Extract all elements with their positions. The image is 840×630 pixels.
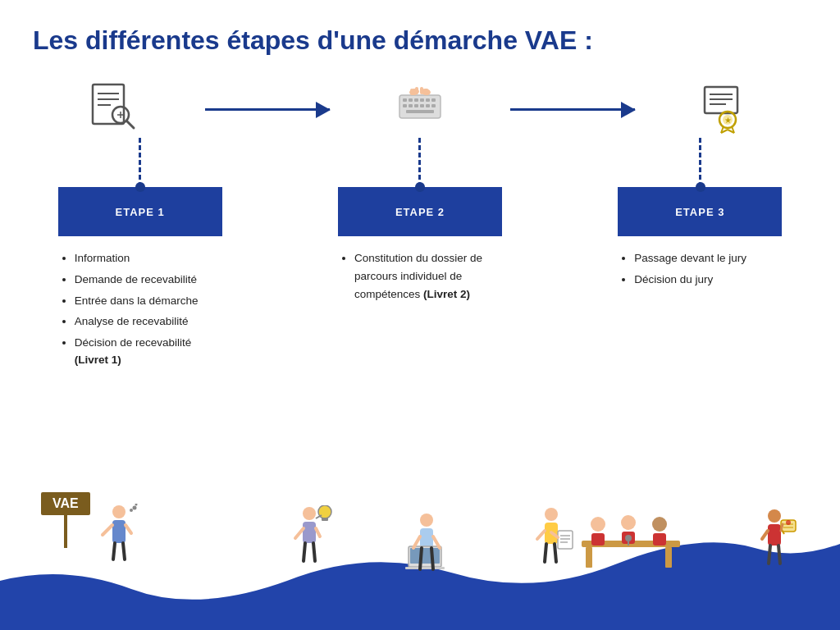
- svg-rect-24: [410, 89, 413, 95]
- person1-icon: [98, 504, 139, 569]
- svg-rect-18: [420, 104, 424, 107]
- svg-point-85: [625, 535, 632, 541]
- list-item: Entrée dans la démarche: [75, 292, 222, 310]
- svg-rect-88: [768, 524, 781, 546]
- char1: [98, 504, 139, 577]
- step2-icon-wrapper: [338, 80, 502, 138]
- svg-rect-77: [586, 547, 592, 568]
- person3-icon: [402, 512, 459, 578]
- list-item: Passage devant le jury: [634, 249, 782, 267]
- svg-point-79: [591, 517, 605, 532]
- svg-rect-19: [426, 104, 430, 107]
- item-text: Information: [75, 252, 130, 264]
- arrow2: [502, 108, 643, 111]
- svg-rect-14: [431, 98, 436, 102]
- item-text: Passage devant le jury: [634, 252, 746, 264]
- svg-point-87: [768, 509, 781, 523]
- svg-rect-21: [406, 110, 434, 113]
- svg-line-42: [126, 525, 131, 533]
- svg-line-95: [762, 531, 768, 539]
- svg-point-46: [133, 506, 137, 510]
- svg-line-94: [781, 524, 783, 531]
- page: Les différentes étapes d'une démarche VA…: [0, 0, 840, 630]
- document-search-icon: [86, 80, 144, 138]
- step3-label: ETAPE 3: [675, 206, 724, 218]
- svg-rect-15: [403, 104, 407, 107]
- svg-rect-40: [112, 520, 126, 543]
- person-diploma-icon: [750, 508, 799, 578]
- step3-dashed-line: [699, 138, 701, 187]
- list-item: Demande de recevabilité: [75, 271, 222, 289]
- svg-line-43: [113, 543, 115, 559]
- svg-point-57: [420, 514, 433, 527]
- svg-rect-58: [420, 528, 433, 548]
- svg-line-41: [103, 525, 112, 535]
- arrow1: [197, 108, 338, 111]
- svg-point-48: [303, 507, 316, 520]
- list-item: Décision du jury: [634, 271, 782, 289]
- list-item: Décision de recevabilité (Livret 1): [75, 334, 222, 369]
- step1-icon-wrapper: [33, 80, 197, 138]
- step1-block: ETAPE 1 Information Demande de recevabil…: [33, 138, 247, 372]
- svg-rect-17: [414, 104, 418, 107]
- keyboard-icon: [391, 80, 449, 138]
- livret1-bold: (Livret 1): [75, 354, 121, 366]
- svg-rect-49: [303, 522, 316, 543]
- person2-icon: [287, 505, 332, 575]
- jury-scene: [578, 500, 709, 577]
- step1-box: ETAPE 1: [58, 187, 222, 236]
- step3-box: ETAPE 3: [618, 187, 782, 236]
- svg-point-45: [130, 509, 133, 512]
- svg-line-97: [778, 546, 780, 564]
- item-text: Analyse de recevabilité: [75, 315, 189, 327]
- list-item: Constitution du dossier de parcours indi…: [354, 249, 502, 303]
- svg-line-54: [316, 528, 320, 536]
- vae-label: VAE: [41, 492, 90, 515]
- page-title: Les différentes étapes d'une démarche VA…: [33, 25, 807, 56]
- svg-rect-60: [410, 548, 440, 564]
- step2-block: ETAPE 2 Constitution du dossier de parco…: [313, 138, 527, 306]
- item-text: Entrée dans la démarche: [75, 294, 199, 307]
- svg-line-74: [545, 544, 546, 562]
- svg-rect-9: [403, 98, 407, 102]
- jury-svg: [578, 500, 709, 573]
- step3-block: ETAPE 3 Passage devant le jury Décision …: [593, 138, 807, 291]
- step2-dashed-line: [418, 138, 421, 187]
- svg-line-96: [769, 546, 770, 564]
- svg-rect-61: [405, 567, 445, 569]
- svg-line-56: [313, 543, 315, 561]
- svg-rect-11: [414, 98, 418, 102]
- svg-line-73: [537, 531, 545, 539]
- svg-point-66: [545, 508, 558, 521]
- svg-rect-80: [591, 533, 605, 546]
- svg-rect-16: [409, 104, 413, 107]
- char2: [287, 505, 332, 582]
- char-diploma: [750, 508, 799, 581]
- svg-text:★: ★: [724, 116, 732, 125]
- svg-line-53: [295, 528, 304, 538]
- svg-rect-10: [409, 98, 413, 102]
- vae-sign: VAE: [41, 492, 90, 548]
- item-text: Décision de recevabilité (Livret 1): [75, 336, 192, 367]
- svg-point-81: [621, 515, 636, 530]
- person4-icon: [525, 506, 578, 573]
- svg-point-92: [786, 520, 791, 525]
- svg-rect-26: [420, 87, 423, 94]
- arrow2-line: [510, 108, 635, 111]
- svg-rect-84: [653, 533, 666, 546]
- steps-wrapper: ETAPE 1 Information Demande de recevabil…: [33, 138, 807, 372]
- step3-icon-wrapper: ★: [643, 80, 807, 138]
- svg-point-47: [135, 504, 138, 506]
- svg-line-55: [304, 543, 305, 561]
- step2-label: ETAPE 2: [395, 206, 445, 218]
- svg-rect-25: [415, 87, 418, 94]
- list-item: Information: [75, 249, 222, 267]
- vae-post: [64, 515, 67, 548]
- svg-rect-13: [426, 98, 430, 102]
- bottom-wave-area: VAE: [0, 499, 840, 630]
- step1-label: ETAPE 1: [116, 206, 165, 218]
- char4: [525, 506, 578, 581]
- item-text: Demande de recevabilité: [75, 273, 197, 285]
- step2-box: ETAPE 2: [338, 187, 502, 236]
- step2-list: Constitution du dossier de parcours indi…: [338, 249, 502, 306]
